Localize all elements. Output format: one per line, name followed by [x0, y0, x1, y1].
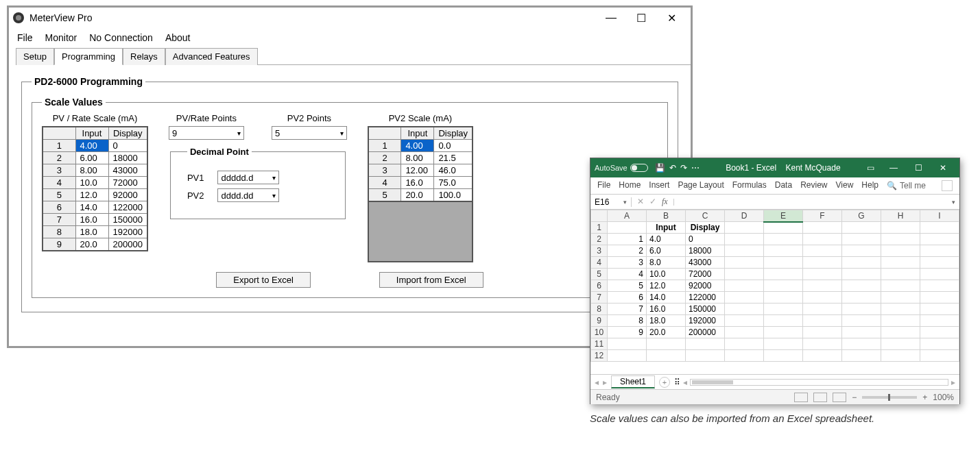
cell[interactable]: [803, 280, 842, 292]
cell[interactable]: [647, 350, 686, 362]
cell[interactable]: [920, 280, 959, 292]
cell-display[interactable]: 150000: [108, 214, 147, 226]
cell[interactable]: [725, 327, 764, 338]
excel-close-button[interactable]: ✕: [931, 158, 955, 177]
cell[interactable]: [920, 234, 959, 245]
row-header[interactable]: 10: [591, 327, 608, 338]
add-sheet-button[interactable]: +: [659, 377, 670, 388]
cell[interactable]: [686, 338, 725, 350]
col-header[interactable]: D: [725, 210, 764, 222]
col-header[interactable]: E: [764, 210, 803, 222]
table-row[interactable]: 614.0122000: [43, 201, 147, 214]
cell[interactable]: [725, 257, 764, 269]
cell-display[interactable]: 192000: [108, 226, 147, 238]
cell[interactable]: [842, 245, 881, 257]
table-row[interactable]: 410.072000: [43, 177, 147, 189]
cell[interactable]: [881, 327, 920, 338]
cell[interactable]: 14.0: [647, 292, 686, 304]
tab-relays[interactable]: Relays: [123, 48, 165, 65]
cell[interactable]: [725, 338, 764, 350]
cell-input[interactable]: 12.00: [401, 164, 434, 177]
cell[interactable]: [803, 292, 842, 304]
cell[interactable]: [920, 315, 959, 327]
cell[interactable]: [764, 280, 803, 292]
col-header[interactable]: F: [803, 210, 842, 222]
cell-display[interactable]: 72000: [108, 177, 147, 189]
menu-file[interactable]: File: [17, 32, 33, 43]
row-header[interactable]: 9: [591, 315, 608, 327]
cell[interactable]: [725, 269, 764, 280]
table-row[interactable]: 312.0046.0: [368, 164, 473, 177]
row-header[interactable]: 4: [591, 257, 608, 269]
cell[interactable]: 43000: [686, 257, 725, 269]
table-row[interactable]: 214.00: [591, 234, 959, 245]
cell[interactable]: [764, 234, 803, 245]
cell[interactable]: 4: [608, 269, 647, 280]
menu-monitor[interactable]: Monitor: [45, 32, 77, 43]
ribbon-tab-help[interactable]: Help: [861, 180, 879, 191]
table-row[interactable]: 14.000: [43, 140, 147, 152]
cell[interactable]: 7: [608, 304, 647, 315]
cell[interactable]: [881, 350, 920, 362]
autosave-control[interactable]: AutoSave: [595, 164, 648, 172]
cell[interactable]: 200000: [686, 327, 725, 338]
cell-display[interactable]: 0.0: [434, 140, 473, 152]
tab-programming[interactable]: Programming: [54, 48, 123, 65]
cell[interactable]: [725, 234, 764, 245]
table-row[interactable]: 326.018000: [591, 245, 959, 257]
table-row[interactable]: 8716.0150000: [591, 304, 959, 315]
cell-display[interactable]: 75.0: [434, 177, 473, 189]
menu-about[interactable]: About: [165, 32, 191, 43]
accept-formula-icon[interactable]: ✓: [649, 197, 656, 207]
table-row[interactable]: 38.0043000: [43, 164, 147, 177]
cell[interactable]: [842, 338, 881, 350]
table-row[interactable]: 12: [591, 350, 959, 362]
table-row[interactable]: 1InputDisplay: [591, 222, 959, 234]
fx-icon[interactable]: fx: [662, 197, 668, 207]
cell[interactable]: [881, 257, 920, 269]
cell[interactable]: [842, 269, 881, 280]
cell-input[interactable]: 6.00: [75, 152, 108, 164]
cell-display[interactable]: 46.0: [434, 164, 473, 177]
row-header[interactable]: 3: [591, 245, 608, 257]
excel-minimize-button[interactable]: —: [881, 158, 906, 177]
cell[interactable]: 72000: [686, 269, 725, 280]
table-row[interactable]: 416.075.0: [368, 177, 473, 189]
cell[interactable]: [764, 327, 803, 338]
cell[interactable]: [920, 327, 959, 338]
cell[interactable]: [881, 292, 920, 304]
cell[interactable]: [803, 222, 842, 234]
cell-display[interactable]: 0: [108, 140, 147, 152]
cell[interactable]: [764, 257, 803, 269]
cell[interactable]: 2: [608, 245, 647, 257]
ribbon-tab-home[interactable]: Home: [619, 180, 641, 191]
redo-icon[interactable]: ↷: [680, 163, 687, 173]
export-excel-button[interactable]: Export to Excel: [216, 272, 310, 288]
excel-maximize-button[interactable]: ☐: [906, 158, 931, 177]
ribbon-display-icon[interactable]: ▭: [867, 163, 874, 173]
cell-display[interactable]: 100.0: [434, 189, 473, 202]
tab-setup[interactable]: Setup: [16, 48, 54, 65]
cell[interactable]: [920, 292, 959, 304]
cell[interactable]: [725, 280, 764, 292]
col-header[interactable]: H: [881, 210, 920, 222]
tab-advanced[interactable]: Advanced Features: [165, 48, 258, 65]
row-header[interactable]: 5: [591, 269, 608, 280]
view-pagelayout-icon[interactable]: [813, 393, 827, 402]
cell[interactable]: [881, 304, 920, 315]
cell-display[interactable]: 43000: [108, 164, 147, 177]
cell-input[interactable]: 14.0: [75, 201, 108, 214]
cell[interactable]: 12.0: [647, 280, 686, 292]
minimize-button[interactable]: —: [596, 8, 626, 27]
row-header[interactable]: 11: [591, 338, 608, 350]
cell[interactable]: [764, 269, 803, 280]
formula-bar[interactable]: ▾: [673, 199, 959, 206]
cell[interactable]: 10.0: [647, 269, 686, 280]
name-box[interactable]: E16 ▾: [590, 197, 632, 207]
cell[interactable]: [842, 315, 881, 327]
cell-input[interactable]: 12.0: [75, 189, 108, 201]
ribbon-tab-formulas[interactable]: Formulas: [732, 180, 767, 191]
cell[interactable]: [764, 245, 803, 257]
cell[interactable]: [764, 292, 803, 304]
view-normal-icon[interactable]: [794, 393, 808, 402]
